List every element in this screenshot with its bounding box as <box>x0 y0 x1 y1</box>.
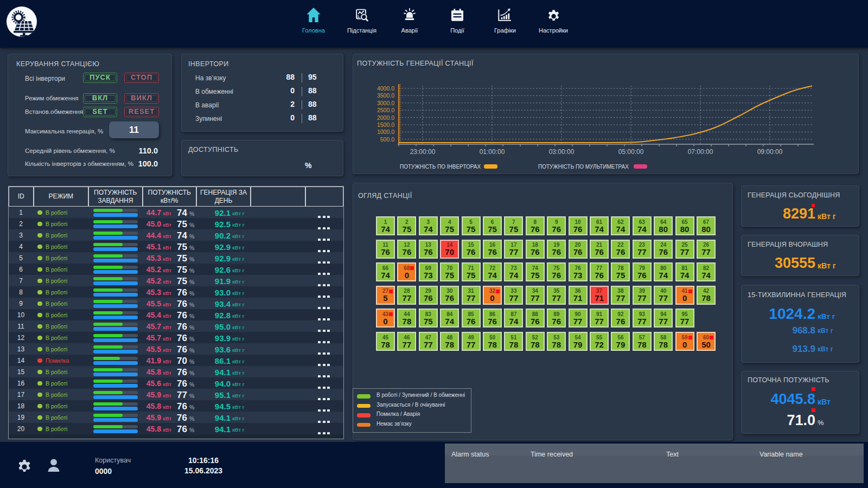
svg-text:03:00:00: 03:00:00 <box>549 148 575 156</box>
svg-text:07:00:00: 07:00:00 <box>688 148 713 156</box>
svg-text:1500.0: 1500.0 <box>377 121 394 128</box>
svg-text:3500.0: 3500.0 <box>377 92 394 99</box>
svg-text:09:00:00: 09:00:00 <box>757 148 783 156</box>
svg-text:2000.0: 2000.0 <box>377 114 394 121</box>
svg-text:05:00:00: 05:00:00 <box>618 148 644 156</box>
svg-text:3000.0: 3000.0 <box>377 100 394 106</box>
svg-text:1000.0: 1000.0 <box>377 129 394 135</box>
svg-text:500.0: 500.0 <box>380 136 394 143</box>
svg-text:01:00:00: 01:00:00 <box>480 148 505 156</box>
svg-text:2500.0: 2500.0 <box>377 107 394 113</box>
svg-text:4000.0: 4000.0 <box>377 85 394 92</box>
svg-text:23:00:00: 23:00:00 <box>410 148 436 156</box>
